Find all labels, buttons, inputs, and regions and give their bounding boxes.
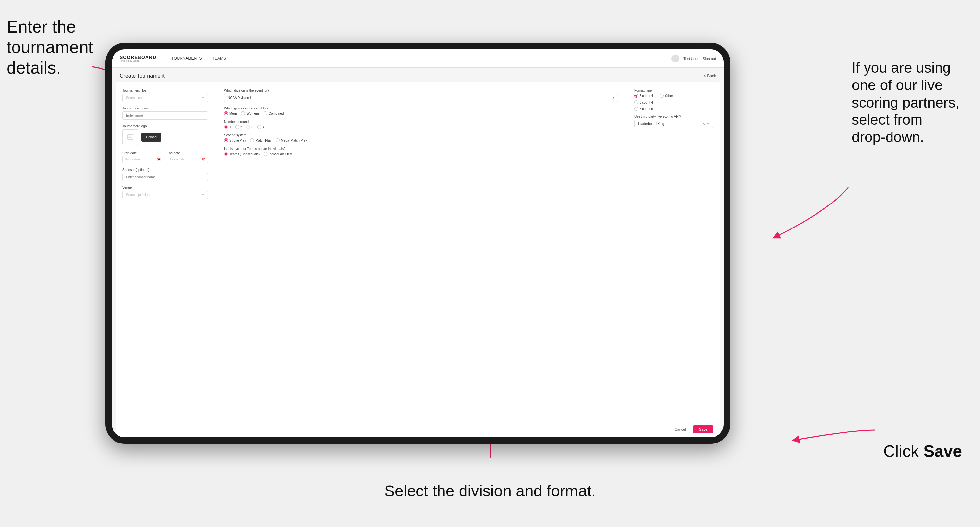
gender-womens-radio[interactable] xyxy=(241,111,245,115)
logo-preview xyxy=(123,129,138,145)
format-other-radio[interactable] xyxy=(660,94,663,98)
name-label: Tournament name xyxy=(123,106,208,110)
format-label: Format type xyxy=(634,89,713,92)
start-date-label: Start date xyxy=(123,151,137,155)
logo-upload-area: Upload xyxy=(123,129,208,145)
live-scoring-chevron: ▼ xyxy=(706,122,710,125)
tablet-device: SCOREBOARD Powered by Clippd TOURNAMENTS… xyxy=(105,43,730,444)
gender-combined-radio[interactable] xyxy=(264,111,267,115)
live-scoring-input[interactable]: Leaderboard King ✕ ▼ xyxy=(634,120,713,128)
format-5count4-radio[interactable] xyxy=(634,94,638,98)
gender-womens[interactable]: Womens xyxy=(241,111,259,115)
round-2-radio[interactable] xyxy=(235,125,239,129)
back-link[interactable]: < Back xyxy=(704,74,716,78)
image-icon xyxy=(127,134,134,140)
rounds-label: Number of rounds xyxy=(224,120,618,124)
gender-mens-radio[interactable] xyxy=(224,111,228,115)
end-date-group: End date Pick a date 📅 xyxy=(167,149,208,163)
division-label: Which division is the event for? xyxy=(224,89,618,92)
user-name: Test User xyxy=(683,57,698,60)
round-1[interactable]: 1 xyxy=(224,125,231,129)
format-6count5-radio[interactable] xyxy=(634,107,638,111)
scoring-stroke-radio[interactable] xyxy=(224,138,228,142)
start-date-input[interactable]: Pick a date 📅 xyxy=(123,156,164,163)
start-date-group: Start date Pick a date 📅 xyxy=(123,149,164,163)
scoring-radio-group: Stroke Play Match Play Medal Match Play xyxy=(224,138,618,142)
format-other[interactable]: Other xyxy=(660,94,673,98)
logo-area: SCOREBOARD Powered by Clippd xyxy=(120,55,156,62)
round-4[interactable]: 4 xyxy=(257,125,264,129)
form-footer: Cancel Save xyxy=(116,421,720,437)
logo-sub: Powered by Clippd xyxy=(120,60,156,62)
gender-radio-group: Mens Womens Combined xyxy=(224,111,618,115)
form-area: Tournament Host Search team ▼ Tournament… xyxy=(116,82,720,437)
signout-link[interactable]: Sign out xyxy=(703,57,716,60)
gender-combined[interactable]: Combined xyxy=(264,111,284,115)
main-content: Create Tournament < Back Tournament Host… xyxy=(112,68,724,437)
tablet-screen: SCOREBOARD Powered by Clippd TOURNAMENTS… xyxy=(112,49,724,437)
upload-button[interactable]: Upload xyxy=(142,133,161,142)
scoring-match-radio[interactable] xyxy=(250,138,254,142)
venue-input[interactable]: Search golf club ▼ xyxy=(123,190,208,199)
round-2[interactable]: 2 xyxy=(235,125,242,129)
arrow-save-icon xyxy=(786,414,878,446)
format-6count5[interactable]: 6 count 5 xyxy=(634,107,653,111)
venue-group: Venue Search golf club ▼ xyxy=(123,186,208,199)
tab-tournaments[interactable]: TOURNAMENTS xyxy=(166,49,207,67)
format-col-right: Other xyxy=(660,94,673,111)
round-1-radio[interactable] xyxy=(224,125,228,129)
annotation-bottomright: Click Save xyxy=(883,441,962,461)
scoring-medal-radio[interactable] xyxy=(276,138,280,142)
round-3-radio[interactable] xyxy=(246,125,250,129)
scoring-label: Scoring system xyxy=(224,133,618,137)
venue-label: Venue xyxy=(123,186,208,189)
logo-label: Tournament logo xyxy=(123,124,208,128)
rounds-radio-group: 1 2 3 xyxy=(224,125,618,129)
sponsor-group: Sponsor (optional) xyxy=(123,168,208,181)
tab-teams[interactable]: TEAMS xyxy=(207,49,231,67)
event-individuals[interactable]: Individuals Only xyxy=(264,152,292,156)
round-3[interactable]: 3 xyxy=(246,125,253,129)
cancel-button[interactable]: Cancel xyxy=(671,425,690,433)
end-date-input[interactable]: Pick a date 📅 xyxy=(167,156,208,163)
live-scoring-clear[interactable]: ✕ xyxy=(702,122,705,125)
gender-mens[interactable]: Mens xyxy=(224,111,237,115)
gender-label: Which gender is the event for? xyxy=(224,106,618,110)
event-label: Is this event for Teams and/or Individua… xyxy=(224,147,618,151)
arrow-topright-icon xyxy=(770,184,852,243)
name-input[interactable] xyxy=(123,111,208,120)
scoring-stroke[interactable]: Stroke Play xyxy=(224,138,246,142)
end-date-label: End date xyxy=(167,151,180,155)
live-scoring-group: Use third-party live scoring API? Leader… xyxy=(634,115,713,128)
event-teams-radio[interactable] xyxy=(224,152,228,156)
division-select[interactable]: NCAA Division I ▼ xyxy=(224,94,618,102)
host-search-input[interactable]: Search team ▼ xyxy=(123,94,208,102)
event-teams[interactable]: Teams (+Individuals) xyxy=(224,152,259,156)
page-header: Create Tournament < Back xyxy=(112,68,724,82)
divider-left-center xyxy=(216,89,216,414)
nav-right: Test User Sign out xyxy=(671,55,716,62)
annotation-topright: If you are using one of our live scoring… xyxy=(852,59,977,146)
date-row: Start date Pick a date 📅 End date Pick a… xyxy=(123,149,208,163)
scoring-medal-match[interactable]: Medal Match Play xyxy=(276,138,307,142)
scoring-group: Scoring system Stroke Play Match Play xyxy=(224,133,618,142)
sponsor-input[interactable] xyxy=(123,173,208,181)
left-column: Tournament Host Search team ▼ Tournament… xyxy=(123,89,208,414)
host-label: Tournament Host xyxy=(123,89,208,92)
format-5count4[interactable]: 5 count 4 xyxy=(634,94,653,98)
tournament-logo-group: Tournament logo Upload xyxy=(123,124,208,145)
tournament-name-group: Tournament name xyxy=(123,106,208,120)
sponsor-label: Sponsor (optional) xyxy=(123,168,208,171)
format-6count4-radio[interactable] xyxy=(634,100,638,104)
tournament-host-group: Tournament Host Search team ▼ xyxy=(123,89,208,102)
scoring-match[interactable]: Match Play xyxy=(250,138,271,142)
center-column: Which division is the event for? NCAA Di… xyxy=(224,89,618,414)
format-6count4[interactable]: 6 count 4 xyxy=(634,100,653,104)
division-group: Which division is the event for? NCAA Di… xyxy=(224,89,618,102)
gender-group: Which gender is the event for? Mens Wome… xyxy=(224,106,618,115)
save-button[interactable]: Save xyxy=(693,425,713,433)
rounds-group: Number of rounds 1 2 xyxy=(224,120,618,129)
format-group: Format type 5 count 4 6 count xyxy=(634,89,713,111)
event-individuals-radio[interactable] xyxy=(264,152,267,156)
round-4-radio[interactable] xyxy=(257,125,261,129)
